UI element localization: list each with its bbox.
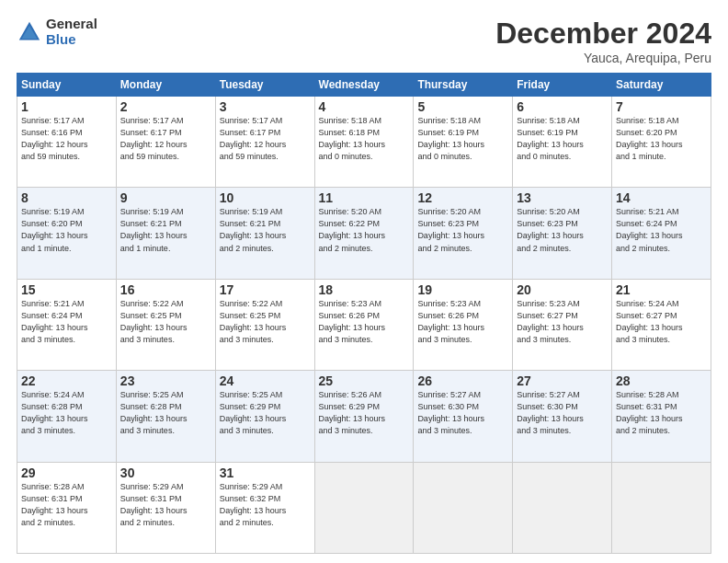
logo-general: General [46,17,97,32]
day-number: 24 [220,373,311,388]
day-number: 2 [120,99,211,114]
day-info: Sunrise: 5:29 AMSunset: 6:31 PMDaylight:… [120,482,188,527]
day-number: 27 [517,373,608,388]
location: Yauca, Arequipa, Peru [495,51,711,65]
calendar-cell: 8Sunrise: 5:19 AMSunset: 6:20 PMDaylight… [17,188,117,279]
calendar-cell: 2Sunrise: 5:17 AMSunset: 6:17 PMDaylight… [116,97,215,188]
col-thursday: Thursday [414,74,513,97]
calendar-cell: 16Sunrise: 5:22 AMSunset: 6:25 PMDayligh… [116,279,215,370]
col-monday: Monday [116,74,215,97]
calendar-cell: 29Sunrise: 5:28 AMSunset: 6:31 PMDayligh… [17,462,117,553]
calendar-row: 29Sunrise: 5:28 AMSunset: 6:31 PMDayligh… [17,462,711,553]
calendar-cell: 10Sunrise: 5:19 AMSunset: 6:21 PMDayligh… [215,188,314,279]
day-info: Sunrise: 5:23 AMSunset: 6:27 PMDaylight:… [517,299,584,344]
day-info: Sunrise: 5:22 AMSunset: 6:25 PMDaylight:… [220,299,287,344]
day-info: Sunrise: 5:19 AMSunset: 6:21 PMDaylight:… [220,207,287,252]
day-number: 21 [616,282,707,297]
col-saturday: Saturday [612,74,711,97]
calendar-cell: 30Sunrise: 5:29 AMSunset: 6:31 PMDayligh… [116,462,215,553]
calendar-cell: 19Sunrise: 5:23 AMSunset: 6:26 PMDayligh… [414,279,513,370]
day-info: Sunrise: 5:18 AMSunset: 6:18 PMDaylight:… [319,116,386,161]
day-number: 9 [120,190,211,205]
day-info: Sunrise: 5:19 AMSunset: 6:21 PMDaylight:… [120,207,188,252]
day-number: 22 [21,373,112,388]
day-number: 30 [120,465,211,480]
day-info: Sunrise: 5:20 AMSunset: 6:23 PMDaylight:… [517,207,584,252]
day-info: Sunrise: 5:25 AMSunset: 6:29 PMDaylight:… [220,390,287,435]
month-title: December 2024 [495,17,711,51]
calendar-cell: 12Sunrise: 5:20 AMSunset: 6:23 PMDayligh… [414,188,513,279]
calendar-cell: 31Sunrise: 5:29 AMSunset: 6:32 PMDayligh… [215,462,314,553]
day-number: 17 [220,282,311,297]
day-number: 4 [319,99,410,114]
day-info: Sunrise: 5:23 AMSunset: 6:26 PMDaylight:… [319,299,386,344]
day-info: Sunrise: 5:17 AMSunset: 6:17 PMDaylight:… [220,116,287,161]
calendar-row: 1Sunrise: 5:17 AMSunset: 6:16 PMDaylight… [17,97,711,188]
calendar-cell [414,462,513,553]
day-info: Sunrise: 5:18 AMSunset: 6:20 PMDaylight:… [616,116,683,161]
calendar-cell: 7Sunrise: 5:18 AMSunset: 6:20 PMDaylight… [612,97,711,188]
day-info: Sunrise: 5:25 AMSunset: 6:28 PMDaylight:… [120,390,188,435]
day-number: 14 [616,190,707,205]
day-info: Sunrise: 5:20 AMSunset: 6:23 PMDaylight:… [417,207,484,252]
header: General Blue December 2024 Yauca, Arequi… [17,17,711,65]
calendar-cell: 18Sunrise: 5:23 AMSunset: 6:26 PMDayligh… [314,279,414,370]
day-number: 29 [21,465,112,480]
day-info: Sunrise: 5:18 AMSunset: 6:19 PMDaylight:… [517,116,584,161]
day-info: Sunrise: 5:27 AMSunset: 6:30 PMDaylight:… [517,390,584,435]
day-number: 6 [517,99,608,114]
logo-icon [17,19,42,45]
day-number: 28 [616,373,707,388]
day-number: 19 [417,282,508,297]
day-number: 8 [21,190,112,205]
day-number: 10 [220,190,311,205]
day-info: Sunrise: 5:28 AMSunset: 6:31 PMDaylight:… [21,482,88,527]
day-info: Sunrise: 5:26 AMSunset: 6:29 PMDaylight:… [319,390,386,435]
day-number: 31 [220,465,311,480]
col-friday: Friday [513,74,612,97]
calendar-cell: 20Sunrise: 5:23 AMSunset: 6:27 PMDayligh… [513,279,612,370]
calendar-cell: 9Sunrise: 5:19 AMSunset: 6:21 PMDaylight… [116,188,215,279]
day-info: Sunrise: 5:29 AMSunset: 6:32 PMDaylight:… [220,482,287,527]
calendar-cell: 5Sunrise: 5:18 AMSunset: 6:19 PMDaylight… [414,97,513,188]
day-info: Sunrise: 5:28 AMSunset: 6:31 PMDaylight:… [616,390,683,435]
calendar-cell: 13Sunrise: 5:20 AMSunset: 6:23 PMDayligh… [513,188,612,279]
day-info: Sunrise: 5:24 AMSunset: 6:28 PMDaylight:… [21,390,88,435]
calendar-cell: 26Sunrise: 5:27 AMSunset: 6:30 PMDayligh… [414,371,513,462]
day-number: 20 [517,282,608,297]
day-info: Sunrise: 5:18 AMSunset: 6:19 PMDaylight:… [417,116,484,161]
day-info: Sunrise: 5:20 AMSunset: 6:22 PMDaylight:… [319,207,386,252]
calendar-cell: 24Sunrise: 5:25 AMSunset: 6:29 PMDayligh… [215,371,314,462]
day-number: 1 [21,99,112,114]
calendar-header-row: Sunday Monday Tuesday Wednesday Thursday… [17,74,711,97]
day-number: 25 [319,373,410,388]
day-number: 26 [417,373,508,388]
calendar-cell: 17Sunrise: 5:22 AMSunset: 6:25 PMDayligh… [215,279,314,370]
day-number: 16 [120,282,211,297]
col-tuesday: Tuesday [215,74,314,97]
day-number: 15 [21,282,112,297]
calendar-cell: 11Sunrise: 5:20 AMSunset: 6:22 PMDayligh… [314,188,414,279]
calendar-cell [513,462,612,553]
day-info: Sunrise: 5:23 AMSunset: 6:26 PMDaylight:… [417,299,484,344]
page: General Blue December 2024 Yauca, Arequi… [0,0,728,563]
calendar-cell: 15Sunrise: 5:21 AMSunset: 6:24 PMDayligh… [17,279,117,370]
day-info: Sunrise: 5:24 AMSunset: 6:27 PMDaylight:… [616,299,683,344]
col-wednesday: Wednesday [314,74,414,97]
calendar-cell: 21Sunrise: 5:24 AMSunset: 6:27 PMDayligh… [612,279,711,370]
day-info: Sunrise: 5:21 AMSunset: 6:24 PMDaylight:… [21,299,88,344]
day-number: 12 [417,190,508,205]
calendar-cell [612,462,711,553]
day-info: Sunrise: 5:17 AMSunset: 6:17 PMDaylight:… [120,116,188,161]
day-info: Sunrise: 5:19 AMSunset: 6:20 PMDaylight:… [21,207,88,252]
title-block: December 2024 Yauca, Arequipa, Peru [495,17,711,65]
calendar-cell: 22Sunrise: 5:24 AMSunset: 6:28 PMDayligh… [17,371,117,462]
calendar-cell: 3Sunrise: 5:17 AMSunset: 6:17 PMDaylight… [215,97,314,188]
calendar-cell: 25Sunrise: 5:26 AMSunset: 6:29 PMDayligh… [314,371,414,462]
day-number: 18 [319,282,410,297]
day-info: Sunrise: 5:22 AMSunset: 6:25 PMDaylight:… [120,299,188,344]
logo: General Blue [17,17,97,47]
calendar-cell: 28Sunrise: 5:28 AMSunset: 6:31 PMDayligh… [612,371,711,462]
calendar-cell: 4Sunrise: 5:18 AMSunset: 6:18 PMDaylight… [314,97,414,188]
day-info: Sunrise: 5:17 AMSunset: 6:16 PMDaylight:… [21,116,88,161]
